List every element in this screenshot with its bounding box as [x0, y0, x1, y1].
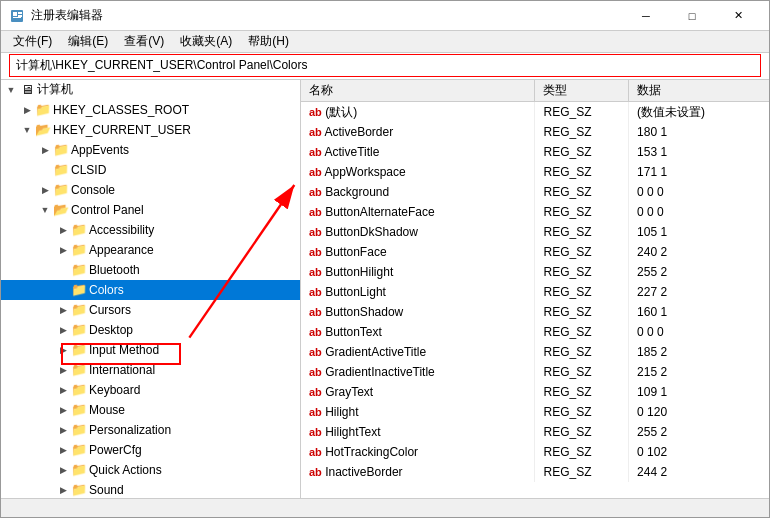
- registry-table-container[interactable]: 名称 类型 数据 ab (默认)REG_SZ(数值未设置)ab ActiveBo…: [301, 80, 769, 498]
- close-button[interactable]: ✕: [715, 1, 761, 31]
- expand-desktop[interactable]: ▶: [55, 322, 71, 338]
- table-row[interactable]: ab ActiveTitleREG_SZ153 1: [301, 142, 769, 162]
- cell-name: ab ActiveBorder: [301, 122, 535, 142]
- cell-name: ab GradientActiveTitle: [301, 342, 535, 362]
- table-row[interactable]: ab ButtonHilightREG_SZ255 2: [301, 262, 769, 282]
- cell-data: 0 0 0: [629, 182, 769, 202]
- address-path[interactable]: 计算机\HKEY_CURRENT_USER\Control Panel\Colo…: [9, 54, 761, 77]
- menu-help[interactable]: 帮助(H): [240, 31, 297, 52]
- tree-scroll[interactable]: ▼ 🖥 计算机 ▶ 📁 HKEY_CLASSES_ROOT ▼ 📂 HKEY_C…: [1, 80, 300, 498]
- tree-item-input-method[interactable]: ▶ 📁 Input Method: [1, 340, 300, 360]
- cell-data: (数值未设置): [629, 102, 769, 122]
- tree-item-quick-actions[interactable]: ▶ 📁 Quick Actions: [1, 460, 300, 480]
- expand-mouse[interactable]: ▶: [55, 402, 71, 418]
- tree-item-personalization[interactable]: ▶ 📁 Personalization: [1, 420, 300, 440]
- expand-accessibility[interactable]: ▶: [55, 222, 71, 238]
- cell-type: REG_SZ: [535, 322, 629, 342]
- tree-item-cursors[interactable]: ▶ 📁 Cursors: [1, 300, 300, 320]
- tree-item-computer[interactable]: ▼ 🖥 计算机: [1, 80, 300, 100]
- tree-panel: ▼ 🖥 计算机 ▶ 📁 HKEY_CLASSES_ROOT ▼ 📂 HKEY_C…: [1, 80, 301, 498]
- expand-personalization[interactable]: ▶: [55, 422, 71, 438]
- table-row[interactable]: ab InactiveBorderREG_SZ244 2: [301, 462, 769, 482]
- table-row[interactable]: ab ButtonDkShadowREG_SZ105 1: [301, 222, 769, 242]
- cell-type: REG_SZ: [535, 242, 629, 262]
- tree-item-sound[interactable]: ▶ 📁 Sound: [1, 480, 300, 498]
- tree-item-keyboard[interactable]: ▶ 📁 Keyboard: [1, 380, 300, 400]
- tree-item-bluetooth[interactable]: ▶ 📁 Bluetooth: [1, 260, 300, 280]
- tree-item-appearance[interactable]: ▶ 📁 Appearance: [1, 240, 300, 260]
- table-row[interactable]: ab HilightREG_SZ0 120: [301, 402, 769, 422]
- tree-item-current-user[interactable]: ▼ 📂 HKEY_CURRENT_USER: [1, 120, 300, 140]
- folder-icon-sound: 📁: [71, 482, 87, 498]
- folder-icon-appevents: 📁: [53, 142, 69, 158]
- window: 注册表编辑器 ─ □ ✕ 文件(F) 编辑(E) 查看(V) 收藏夹(A) 帮助…: [0, 0, 770, 518]
- expand-keyboard[interactable]: ▶: [55, 382, 71, 398]
- minimize-button[interactable]: ─: [623, 1, 669, 31]
- svg-rect-4: [13, 17, 21, 18]
- table-row[interactable]: ab AppWorkspaceREG_SZ171 1: [301, 162, 769, 182]
- expand-cursors[interactable]: ▶: [55, 302, 71, 318]
- tree-item-control-panel[interactable]: ▼ 📂 Control Panel: [1, 200, 300, 220]
- table-row[interactable]: ab ButtonShadowREG_SZ160 1: [301, 302, 769, 322]
- table-row[interactable]: ab ButtonLightREG_SZ227 2: [301, 282, 769, 302]
- cell-name: ab ActiveTitle: [301, 142, 535, 162]
- expand-appevents[interactable]: ▶: [37, 142, 53, 158]
- expand-console[interactable]: ▶: [37, 182, 53, 198]
- table-row[interactable]: ab HilightTextREG_SZ255 2: [301, 422, 769, 442]
- tree-item-international[interactable]: ▶ 📁 International: [1, 360, 300, 380]
- expand-appearance[interactable]: ▶: [55, 242, 71, 258]
- table-row[interactable]: ab HotTrackingColorREG_SZ0 102: [301, 442, 769, 462]
- folder-icon-cursors: 📁: [71, 302, 87, 318]
- menu-favorites[interactable]: 收藏夹(A): [172, 31, 240, 52]
- expand-input-method[interactable]: ▶: [55, 342, 71, 358]
- tree-item-accessibility[interactable]: ▶ 📁 Accessibility: [1, 220, 300, 240]
- table-row[interactable]: ab ActiveBorderREG_SZ180 1: [301, 122, 769, 142]
- tree-item-appevents[interactable]: ▶ 📁 AppEvents: [1, 140, 300, 160]
- tree-item-mouse[interactable]: ▶ 📁 Mouse: [1, 400, 300, 420]
- menu-file[interactable]: 文件(F): [5, 31, 60, 52]
- tree-item-colors[interactable]: ▶ 📁 Colors: [1, 280, 300, 300]
- window-controls: ─ □ ✕: [623, 1, 761, 31]
- table-row[interactable]: ab GrayTextREG_SZ109 1: [301, 382, 769, 402]
- table-row[interactable]: ab ButtonFaceREG_SZ240 2: [301, 242, 769, 262]
- cell-name: ab ButtonLight: [301, 282, 535, 302]
- table-row[interactable]: ab ButtonTextREG_SZ0 0 0: [301, 322, 769, 342]
- cell-data: 105 1: [629, 222, 769, 242]
- table-row[interactable]: ab GradientInactiveTitleREG_SZ215 2: [301, 362, 769, 382]
- folder-icon-appearance: 📁: [71, 242, 87, 258]
- cell-type: REG_SZ: [535, 102, 629, 122]
- expand-sound[interactable]: ▶: [55, 482, 71, 498]
- tree-item-desktop[interactable]: ▶ 📁 Desktop: [1, 320, 300, 340]
- folder-icon-clsid: 📁: [53, 162, 69, 178]
- tree-label-keyboard: Keyboard: [89, 383, 140, 397]
- table-row[interactable]: ab BackgroundREG_SZ0 0 0: [301, 182, 769, 202]
- expand-quick-actions[interactable]: ▶: [55, 462, 71, 478]
- tree-label-sound: Sound: [89, 483, 124, 497]
- menu-edit[interactable]: 编辑(E): [60, 31, 116, 52]
- window-title: 注册表编辑器: [31, 7, 623, 24]
- expand-control-panel[interactable]: ▼: [37, 202, 53, 218]
- menu-view[interactable]: 查看(V): [116, 31, 172, 52]
- tree-label-classes-root: HKEY_CLASSES_ROOT: [53, 103, 189, 117]
- tree-item-clsid[interactable]: ▶ 📁 CLSID: [1, 160, 300, 180]
- expand-powercfg[interactable]: ▶: [55, 442, 71, 458]
- table-row[interactable]: ab (默认)REG_SZ(数值未设置): [301, 102, 769, 122]
- expand-computer[interactable]: ▼: [3, 82, 19, 98]
- tree-item-classes-root[interactable]: ▶ 📁 HKEY_CLASSES_ROOT: [1, 100, 300, 120]
- cell-data: 227 2: [629, 282, 769, 302]
- table-row[interactable]: ab GradientActiveTitleREG_SZ185 2: [301, 342, 769, 362]
- cell-type: REG_SZ: [535, 382, 629, 402]
- expand-classes-root[interactable]: ▶: [19, 102, 35, 118]
- cell-type: REG_SZ: [535, 302, 629, 322]
- tree-label-accessibility: Accessibility: [89, 223, 154, 237]
- maximize-button[interactable]: □: [669, 1, 715, 31]
- expand-current-user[interactable]: ▼: [19, 122, 35, 138]
- tree-label-console: Console: [71, 183, 115, 197]
- tree-item-console[interactable]: ▶ 📁 Console: [1, 180, 300, 200]
- tree-item-powercfg[interactable]: ▶ 📁 PowerCfg: [1, 440, 300, 460]
- cell-data: 171 1: [629, 162, 769, 182]
- svg-rect-1: [13, 12, 17, 16]
- tree-label-input-method: Input Method: [89, 343, 159, 357]
- expand-international[interactable]: ▶: [55, 362, 71, 378]
- table-row[interactable]: ab ButtonAlternateFaceREG_SZ0 0 0: [301, 202, 769, 222]
